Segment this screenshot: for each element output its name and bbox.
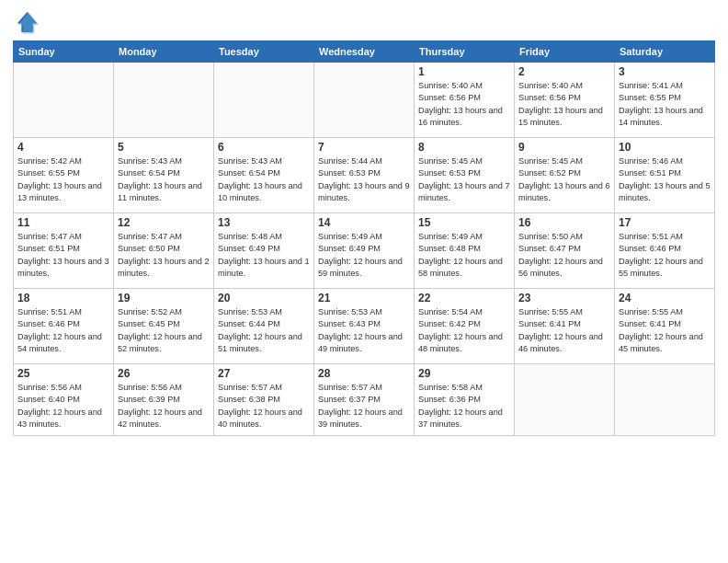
day-info: Sunrise: 5:45 AM Sunset: 6:52 PM Dayligh… <box>518 155 610 204</box>
day-info: Sunrise: 5:41 AM Sunset: 6:55 PM Dayligh… <box>619 80 711 129</box>
day-info: Sunrise: 5:47 AM Sunset: 6:50 PM Dayligh… <box>118 231 210 280</box>
day-number: 21 <box>318 292 410 304</box>
day-info: Sunrise: 5:55 AM Sunset: 6:41 PM Dayligh… <box>619 306 711 355</box>
calendar-cell: 12Sunrise: 5:47 AM Sunset: 6:50 PM Dayli… <box>114 213 214 289</box>
day-number: 13 <box>218 216 310 229</box>
day-info: Sunrise: 5:48 AM Sunset: 6:49 PM Dayligh… <box>218 231 310 280</box>
day-info: Sunrise: 5:53 AM Sunset: 6:43 PM Dayligh… <box>318 306 410 355</box>
day-number: 2 <box>518 65 610 78</box>
day-info: Sunrise: 5:54 AM Sunset: 6:42 PM Dayligh… <box>418 306 510 355</box>
day-info: Sunrise: 5:42 AM Sunset: 6:55 PM Dayligh… <box>17 155 109 204</box>
day-info: Sunrise: 5:58 AM Sunset: 6:36 PM Dayligh… <box>418 382 510 431</box>
day-number: 20 <box>218 292 310 304</box>
calendar: SundayMondayTuesdayWednesdayThursdayFrid… <box>13 40 715 436</box>
calendar-cell: 25Sunrise: 5:56 AM Sunset: 6:40 PM Dayli… <box>14 364 114 436</box>
weekday-header-wednesday: Wednesday <box>314 41 415 63</box>
day-number: 17 <box>619 216 711 229</box>
day-number: 14 <box>318 216 410 229</box>
calendar-cell: 17Sunrise: 5:51 AM Sunset: 6:46 PM Dayli… <box>615 213 715 289</box>
calendar-cell: 24Sunrise: 5:55 AM Sunset: 6:41 PM Dayli… <box>615 289 715 364</box>
weekday-header-friday: Friday <box>515 41 615 63</box>
day-number: 5 <box>118 141 210 154</box>
day-info: Sunrise: 5:40 AM Sunset: 6:56 PM Dayligh… <box>418 80 510 129</box>
day-number: 10 <box>619 141 711 154</box>
day-number: 18 <box>17 292 109 304</box>
day-info: Sunrise: 5:53 AM Sunset: 6:44 PM Dayligh… <box>218 306 310 355</box>
day-info: Sunrise: 5:49 AM Sunset: 6:48 PM Dayligh… <box>418 231 510 280</box>
week-row-3: 11Sunrise: 5:47 AM Sunset: 6:51 PM Dayli… <box>14 213 715 289</box>
day-number: 4 <box>17 141 109 154</box>
calendar-cell: 14Sunrise: 5:49 AM Sunset: 6:49 PM Dayli… <box>314 213 415 289</box>
calendar-cell: 28Sunrise: 5:57 AM Sunset: 6:37 PM Dayli… <box>314 364 415 436</box>
calendar-cell <box>515 364 615 436</box>
weekday-header-tuesday: Tuesday <box>214 41 314 63</box>
calendar-cell <box>114 63 214 138</box>
day-info: Sunrise: 5:40 AM Sunset: 6:56 PM Dayligh… <box>518 80 610 129</box>
day-number: 28 <box>318 367 410 380</box>
day-number: 15 <box>418 216 510 229</box>
week-row-2: 4Sunrise: 5:42 AM Sunset: 6:55 PM Daylig… <box>14 138 715 213</box>
weekday-header-monday: Monday <box>114 41 214 63</box>
weekday-header-thursday: Thursday <box>415 41 515 63</box>
logo-icon <box>13 9 39 35</box>
day-info: Sunrise: 5:43 AM Sunset: 6:54 PM Dayligh… <box>218 155 310 204</box>
day-number: 6 <box>218 141 310 154</box>
calendar-cell: 1Sunrise: 5:40 AM Sunset: 6:56 PM Daylig… <box>415 63 515 138</box>
day-number: 27 <box>218 367 310 380</box>
day-number: 29 <box>418 367 510 380</box>
calendar-cell: 20Sunrise: 5:53 AM Sunset: 6:44 PM Dayli… <box>214 289 314 364</box>
calendar-cell: 22Sunrise: 5:54 AM Sunset: 6:42 PM Dayli… <box>415 289 515 364</box>
calendar-cell <box>214 63 314 138</box>
day-info: Sunrise: 5:51 AM Sunset: 6:46 PM Dayligh… <box>17 306 109 355</box>
week-row-5: 25Sunrise: 5:56 AM Sunset: 6:40 PM Dayli… <box>14 364 715 436</box>
day-number: 3 <box>619 65 711 78</box>
day-number: 26 <box>118 367 210 380</box>
calendar-cell: 10Sunrise: 5:46 AM Sunset: 6:51 PM Dayli… <box>615 138 715 213</box>
day-number: 25 <box>17 367 109 380</box>
header <box>13 9 715 35</box>
page-container: SundayMondayTuesdayWednesdayThursdayFrid… <box>0 0 728 443</box>
calendar-cell: 8Sunrise: 5:45 AM Sunset: 6:53 PM Daylig… <box>415 138 515 213</box>
calendar-cell: 7Sunrise: 5:44 AM Sunset: 6:53 PM Daylig… <box>314 138 415 213</box>
day-number: 12 <box>118 216 210 229</box>
day-number: 23 <box>518 292 610 304</box>
calendar-cell: 16Sunrise: 5:50 AM Sunset: 6:47 PM Dayli… <box>515 213 615 289</box>
calendar-cell: 5Sunrise: 5:43 AM Sunset: 6:54 PM Daylig… <box>114 138 214 213</box>
calendar-cell: 18Sunrise: 5:51 AM Sunset: 6:46 PM Dayli… <box>14 289 114 364</box>
day-number: 7 <box>318 141 410 154</box>
calendar-cell: 21Sunrise: 5:53 AM Sunset: 6:43 PM Dayli… <box>314 289 415 364</box>
day-number: 19 <box>118 292 210 304</box>
calendar-cell <box>615 364 715 436</box>
calendar-cell: 29Sunrise: 5:58 AM Sunset: 6:36 PM Dayli… <box>415 364 515 436</box>
day-info: Sunrise: 5:46 AM Sunset: 6:51 PM Dayligh… <box>619 155 711 204</box>
day-number: 11 <box>17 216 109 229</box>
day-info: Sunrise: 5:52 AM Sunset: 6:45 PM Dayligh… <box>118 306 210 355</box>
day-number: 9 <box>518 141 610 154</box>
weekday-header-saturday: Saturday <box>615 41 715 63</box>
day-info: Sunrise: 5:47 AM Sunset: 6:51 PM Dayligh… <box>17 231 109 280</box>
day-number: 22 <box>418 292 510 304</box>
calendar-cell: 23Sunrise: 5:55 AM Sunset: 6:41 PM Dayli… <box>515 289 615 364</box>
day-number: 16 <box>518 216 610 229</box>
day-number: 24 <box>619 292 711 304</box>
day-info: Sunrise: 5:43 AM Sunset: 6:54 PM Dayligh… <box>118 155 210 204</box>
day-info: Sunrise: 5:45 AM Sunset: 6:53 PM Dayligh… <box>418 155 510 204</box>
calendar-cell: 3Sunrise: 5:41 AM Sunset: 6:55 PM Daylig… <box>615 63 715 138</box>
calendar-cell: 9Sunrise: 5:45 AM Sunset: 6:52 PM Daylig… <box>515 138 615 213</box>
day-info: Sunrise: 5:56 AM Sunset: 6:40 PM Dayligh… <box>17 382 109 431</box>
day-info: Sunrise: 5:57 AM Sunset: 6:37 PM Dayligh… <box>318 382 410 431</box>
week-row-1: 1Sunrise: 5:40 AM Sunset: 6:56 PM Daylig… <box>14 63 715 138</box>
calendar-cell: 2Sunrise: 5:40 AM Sunset: 6:56 PM Daylig… <box>515 63 615 138</box>
day-info: Sunrise: 5:56 AM Sunset: 6:39 PM Dayligh… <box>118 382 210 431</box>
day-number: 1 <box>418 65 510 78</box>
calendar-cell <box>314 63 415 138</box>
calendar-cell: 26Sunrise: 5:56 AM Sunset: 6:39 PM Dayli… <box>114 364 214 436</box>
calendar-cell <box>14 63 114 138</box>
calendar-cell: 11Sunrise: 5:47 AM Sunset: 6:51 PM Dayli… <box>14 213 114 289</box>
week-row-4: 18Sunrise: 5:51 AM Sunset: 6:46 PM Dayli… <box>14 289 715 364</box>
weekday-header-row: SundayMondayTuesdayWednesdayThursdayFrid… <box>14 41 715 63</box>
day-info: Sunrise: 5:55 AM Sunset: 6:41 PM Dayligh… <box>518 306 610 355</box>
calendar-cell: 19Sunrise: 5:52 AM Sunset: 6:45 PM Dayli… <box>114 289 214 364</box>
day-info: Sunrise: 5:49 AM Sunset: 6:49 PM Dayligh… <box>318 231 410 280</box>
logo <box>13 9 42 35</box>
